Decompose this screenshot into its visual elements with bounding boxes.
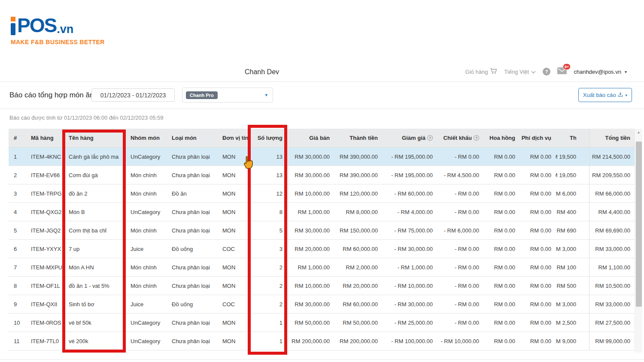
table-cell: - RM 195,000.00 (382, 166, 437, 184)
outlet-tag: Chanh Pro (186, 91, 218, 99)
table-row[interactable]: 8ITEM-OF1Lđồ ăn 1 - vat 5%Món chínhChưa … (9, 277, 635, 295)
topbar-right: Giỏ hàng Tiếng Việt ? 9+ chanhdev@ipos.v… (465, 65, 627, 78)
brand-text: POS (17, 15, 56, 35)
column-header-label: Chiết khấu (444, 135, 472, 141)
table-cell: RM 0.00 (483, 148, 519, 166)
table-row[interactable]: 7ITEM-MXPUMón A HNMón chínhChưa phân loạ… (9, 258, 635, 277)
table-cell: RM 0.00 (483, 184, 519, 202)
info-icon[interactable]: ? (427, 135, 433, 141)
table-cell: - RM 0.00 (437, 277, 483, 295)
table-cell: - RM 30,000.00 (382, 295, 437, 313)
table-cell: ITEM-QXII (26, 295, 64, 313)
table-cell: Chưa phân loại (167, 314, 217, 332)
caret-down-icon: ▾ (625, 69, 627, 74)
table-cell: RM 0.00 (519, 221, 556, 239)
table-cell: MON (217, 203, 249, 221)
table-cell: RM 10,000.00 (287, 184, 334, 202)
table-row[interactable]: 6ITEM-YXYX7 upJuiceĐồ uốngCOC3RM 20,000.… (9, 240, 635, 258)
scrollbar-up-arrow[interactable]: ▲ (635, 129, 642, 136)
table-cell: 2 (249, 277, 287, 295)
table-cell: 11 (9, 332, 26, 350)
table-cell: RM 200,000.00 (334, 332, 382, 350)
table-cell: - RM 0.00 (437, 295, 483, 313)
table-cell: Cơm đùi gà (64, 166, 125, 184)
column-header-label: Loại món (172, 135, 197, 141)
table-cell: RM 0.00 (519, 314, 556, 332)
table-row[interactable]: 4ITEM-QXG2Món BUnCategoryChưa phân loạiM… (9, 203, 635, 221)
column-header-label: Mã hàng (31, 135, 54, 141)
table-cell: ITEM-7TL0 (26, 332, 64, 350)
table-cell: RM 0.00 (483, 166, 519, 184)
table-cell: RM 50,000.00 (287, 314, 334, 332)
divider (0, 81, 644, 82)
column-header: Loại món (167, 129, 217, 147)
notification-badge: 9+ (563, 63, 571, 70)
table-row[interactable]: 2ITEM-EV66Cơm đùi gàMón chínhChưa phân l… (9, 166, 635, 184)
scrollbar-thumb[interactable] (636, 142, 642, 307)
export-report-button[interactable]: Xuất báo cáo ▾ (578, 88, 632, 102)
table-cell: Món chính (125, 258, 167, 276)
table-cell: Món chính (125, 221, 167, 239)
table-cell: UnCategory (125, 203, 167, 221)
info-icon[interactable]: ? (474, 135, 479, 141)
table-cell: - RM 1,000.00 (382, 258, 437, 276)
table-cell: UnCategory (125, 332, 167, 350)
table-cell: RM 30,000.00 (287, 166, 334, 184)
table-cell: RM 10,500.00 (589, 277, 635, 295)
table-cell: RM 500 (556, 277, 589, 295)
table-cell: 1 (249, 314, 287, 332)
table-row[interactable]: 10ITEM-0ROSvé bf 50kUnCategoryChưa phân … (9, 314, 635, 332)
table-row[interactable]: 11ITEM-7TL0vé 200kUnCategoryChưa phân lo… (9, 332, 635, 350)
table-cell: RM 0.00 (519, 332, 556, 350)
page-title: Báo cáo tổng hợp món ăn (9, 91, 94, 100)
table-cell: 12 (249, 184, 287, 202)
table-cell: RM 0.00 (483, 314, 519, 332)
column-header: Thuế (556, 129, 589, 147)
table-cell: MON (217, 277, 249, 295)
table-row[interactable]: 1ITEM-4KNCCánh gà lắc phô maUnCategoryCh… (9, 148, 635, 166)
outlet-select[interactable]: Chanh Pro ▾ (182, 87, 273, 103)
table-cell: 9 (9, 295, 26, 313)
table-cell: - RM 10,000.00 (382, 277, 437, 295)
table-cell: RM 0.00 (519, 166, 556, 184)
table-cell: - RM 6,000.00 (437, 221, 483, 239)
language-selector[interactable]: Tiếng Việt (504, 69, 536, 75)
table-cell: - RM 60,000.00 (382, 184, 437, 202)
date-range-input[interactable] (91, 88, 175, 102)
table-cell: Cánh gà lắc phô ma (64, 148, 125, 166)
table-cell: RM 4,400.00 (589, 203, 635, 221)
report-period-note: Báo cáo được tính từ 01/12/2023 06:00 đế… (9, 115, 163, 121)
messages-button[interactable]: 9+ (557, 67, 567, 76)
column-header-label: Tổng tiền (605, 135, 631, 141)
column-header: Đơn vị tính (217, 129, 249, 147)
table-cell: 8 (9, 277, 26, 295)
table-cell: RM 0.00 (483, 277, 519, 295)
table-cell: ITEM-JGQ2 (26, 221, 64, 239)
column-header-label: Phí dịch vụ (522, 135, 551, 141)
table-cell: Món B (64, 203, 125, 221)
account-menu[interactable]: chanhdev@ipos.vn ▾ (574, 69, 627, 75)
help-icon[interactable]: ? (543, 68, 550, 75)
column-header: Tổng tiền (589, 129, 635, 147)
cart-label: Giỏ hàng (465, 69, 488, 75)
table-cell: MON (217, 184, 249, 202)
table-cell: RM 1,000.00 (287, 203, 334, 221)
table-row[interactable]: 5ITEM-JGQ2Cơm thịt ba chỉMón chínhChưa p… (9, 221, 635, 240)
table-cell: RM 19,050 (556, 166, 589, 184)
cart-button[interactable]: Giỏ hàng (465, 68, 498, 75)
table-cell: ITEM-0ROS (26, 314, 64, 332)
table-cell: RM 3,000 (556, 240, 589, 258)
table-cell: RM 8,000.00 (334, 203, 382, 221)
table-cell: RM 120,000.00 (334, 184, 382, 202)
table-cell: 1 (9, 148, 26, 166)
table-row[interactable]: 3ITEM-TRPGđồ ăn 2Món chínhĐồ ănMON12RM 1… (9, 184, 635, 203)
table-cell: Chưa phân loại (167, 203, 217, 221)
column-header: # (9, 129, 26, 147)
table-row[interactable]: 9ITEM-QXIISinh tố bơJuiceĐồ uốngCOC2RM 3… (9, 295, 635, 314)
table-cell: 13 (249, 166, 287, 184)
table-scrollbar[interactable]: ▲ (635, 129, 642, 353)
table-cell: Chưa phân loại (167, 148, 217, 166)
table-cell: - RM 100,000.00 (382, 332, 437, 350)
table-cell: ITEM-4KNC (26, 148, 64, 166)
table-cell: RM 100 (556, 258, 589, 276)
